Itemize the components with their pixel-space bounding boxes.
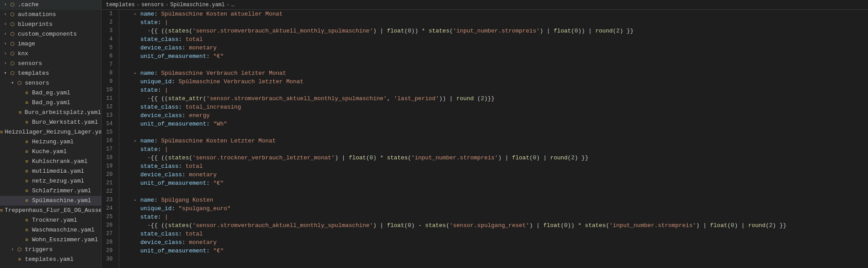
line-number: 6: [101, 52, 115, 61]
sidebar-item-mutlimedia[interactable]: ≡ mutlimedia.yaml: [0, 166, 101, 176]
sidebar-item-buro_werkstatt[interactable]: ≡ Buro_Werkstatt.yaml: [0, 118, 101, 127]
line-numbers: 1234567891011121314151617181920212223242…: [101, 10, 119, 268]
sidebar-item-sensors[interactable]: › ⬡ sensors: [0, 59, 101, 69]
yaml-icon: ≡: [0, 127, 3, 137]
yaml-icon: ≡: [23, 186, 30, 196]
chevron-icon: ›: [2, 10, 9, 20]
line-number: 28: [101, 238, 115, 247]
code-editor: templates›sensors›Spülmaschine.yaml›… 12…: [101, 0, 868, 268]
yaml-icon: ≡: [16, 255, 23, 264]
yaml-icon: ≡: [23, 215, 30, 225]
chevron-icon: ›: [2, 29, 9, 39]
line-number: 7: [101, 61, 115, 69]
sidebar-item-label: Bad_eg.yaml: [32, 88, 70, 98]
sidebar-item-buro_arbeitsplatz[interactable]: ≡ Buro_arbeitsplatz.yaml: [0, 108, 101, 118]
code-line: - name: Spülgang Kosten: [126, 196, 868, 204]
sidebar-item-kuche[interactable]: ≡ Kuche.yaml: [0, 147, 101, 157]
code-line: device_class: monetary: [126, 171, 868, 179]
yaml-icon: ≡: [0, 206, 3, 215]
code-line: device_class: energy: [126, 111, 868, 120]
breadcrumb-part-0: templates: [106, 2, 135, 8]
yaml-icon: ≡: [17, 108, 23, 118]
sidebar-item-label: Treppenhaus_Flur_EG_OG_Aussen.yaml: [5, 206, 101, 215]
code-line: unique_id: "spulgang_euro": [126, 204, 868, 213]
folder-icon: ⬡: [16, 78, 23, 88]
yaml-icon: ≡: [23, 225, 30, 235]
sidebar-item-label: Waschmaschine.yaml: [32, 225, 94, 235]
line-number: 4: [101, 35, 115, 44]
sidebar-item-label: Kuhlschrank.yaml: [32, 157, 88, 166]
sidebar-item-label: .cache: [18, 0, 39, 10]
yaml-icon: ≡: [23, 98, 30, 108]
line-number: 26: [101, 221, 115, 230]
breadcrumb-part-3: …: [231, 2, 234, 8]
sidebar-item-knx[interactable]: › ⬡ knx: [0, 49, 101, 59]
line-number: 29: [101, 247, 115, 255]
chevron-icon: ▾: [9, 78, 16, 88]
folder-icon: ⬡: [9, 20, 16, 29]
sidebar-item-heizollager[interactable]: ≡ Heizollager_Heizung_Lager.yaml: [0, 127, 101, 137]
code-line: state: |: [126, 145, 868, 154]
code-line: unit_of_measurement: "Wh": [126, 120, 868, 128]
sidebar-item-waschmaschine[interactable]: ≡ Waschmaschine.yaml: [0, 225, 101, 235]
code-line: state_class: total: [126, 230, 868, 238]
breadcrumb-sep: ›: [166, 2, 169, 8]
sidebar-item-heizung[interactable]: ≡ Heizung.yaml: [0, 137, 101, 147]
breadcrumb-part-2: Spülmaschine.yaml: [170, 2, 224, 8]
line-number: 12: [101, 103, 115, 111]
code-line: device_class: monetary: [126, 44, 868, 52]
sidebar-item-netz_bezug[interactable]: ≡ netz_bezug.yaml: [0, 176, 101, 186]
line-number: 27: [101, 230, 115, 238]
breadcrumb-sep: ›: [227, 2, 230, 8]
sidebar-item-trockner[interactable]: ≡ Trockner.yaml: [0, 215, 101, 225]
sidebar-item-treppenhaus[interactable]: ≡ Treppenhaus_Flur_EG_OG_Aussen.yaml: [0, 206, 101, 215]
code-line: ·{{ ((state_attr('sensor.stromverbrauch_…: [126, 94, 868, 103]
folder-icon: ⬡: [9, 10, 16, 20]
sidebar-item-spulmaschine[interactable]: ≡ Spülmaschine.yaml: [0, 196, 101, 206]
sidebar-item-wohn_esszimmer[interactable]: ≡ Wohn_Esszimmer.yaml: [0, 235, 101, 245]
sidebar-item-label: Schlafzimmer.yaml: [32, 186, 91, 196]
code-line: unit_of_measurement: "€": [126, 179, 868, 187]
sidebar-item-triggers[interactable]: › ⬡ triggers: [0, 245, 101, 255]
line-number: 3: [101, 27, 115, 35]
sidebar-item-label: Buro_arbeitsplatz.yaml: [24, 108, 101, 118]
line-number: 18: [101, 154, 115, 162]
sidebar-item-bad_eg[interactable]: ≡ Bad_eg.yaml: [0, 88, 101, 98]
code-line: state_class: total_increasing: [126, 103, 868, 111]
line-number: 23: [101, 196, 115, 204]
line-number: 20: [101, 171, 115, 179]
sidebar-item-label: Buro_Werkstatt.yaml: [32, 118, 98, 127]
line-number: 17: [101, 145, 115, 154]
sidebar-item-bad_og[interactable]: ≡ Bad_og.yaml: [0, 98, 101, 108]
folder-icon: ⬡: [16, 245, 23, 255]
code-content[interactable]: - name: Spülmaschine Kosten aktueller Mo…: [119, 10, 868, 268]
sidebar-item-label: templates: [18, 69, 49, 78]
folder-icon: ⬡: [9, 29, 16, 39]
sidebar-item-templates[interactable]: ▾ ⬡ templates: [0, 69, 101, 78]
yaml-icon: ≡: [23, 157, 30, 166]
sidebar-item-blueprints[interactable]: › ⬡ blueprints: [0, 20, 101, 29]
code-line: ·{{ ((states('sensor.stromverbrauch_aktu…: [126, 221, 868, 230]
line-number: 9: [101, 77, 115, 86]
sidebar-item-custom_components[interactable]: › ⬡ custom_components: [0, 29, 101, 39]
yaml-icon: ≡: [23, 166, 30, 176]
sidebar-item-sensors-sub[interactable]: ▾ ⬡ sensors: [0, 78, 101, 88]
folder-icon: ⬡: [9, 39, 16, 49]
sidebar-item-cache[interactable]: › ⬡ .cache: [0, 0, 101, 10]
line-number: 22: [101, 187, 115, 196]
sidebar-item-kuhlschrank[interactable]: ≡ Kuhlschrank.yaml: [0, 157, 101, 166]
sidebar-item-label: Heizung.yaml: [32, 137, 74, 147]
code-line: unit_of_measurement: "€": [126, 52, 868, 61]
sidebar-item-label: Kuche.yaml: [32, 147, 67, 157]
sidebar-item-automations[interactable]: › ⬡ automations: [0, 10, 101, 20]
yaml-icon: ≡: [23, 118, 30, 127]
code-line: [126, 187, 868, 196]
sidebar-item-image[interactable]: › ⬡ image: [0, 39, 101, 49]
sidebar-item-label: templates.yaml: [25, 255, 73, 264]
line-number: 11: [101, 94, 115, 103]
sidebar-item-schlafzimmer[interactable]: ≡ Schlafzimmer.yaml: [0, 186, 101, 196]
sidebar-item-label: knx: [18, 49, 28, 59]
code-area[interactable]: 1234567891011121314151617181920212223242…: [101, 10, 868, 268]
sidebar-item-templates_yaml[interactable]: ≡ templates.yaml: [0, 255, 101, 264]
line-number: 2: [101, 18, 115, 27]
